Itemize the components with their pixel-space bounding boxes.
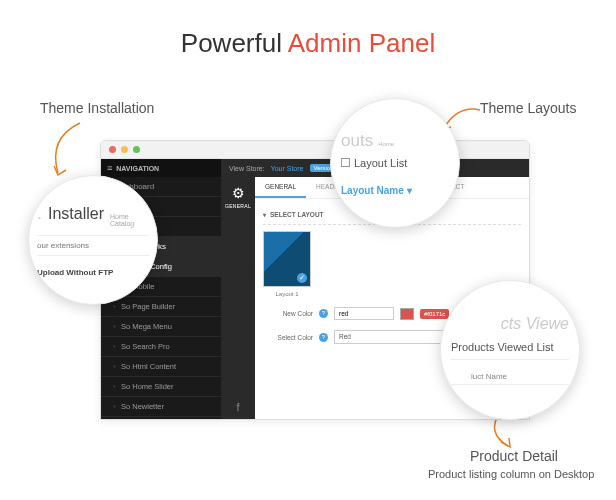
view-store-label: View Store: [229, 165, 265, 172]
installer-extensions: our extensions [37, 235, 149, 256]
chevron-down-icon: ▾ [407, 185, 412, 196]
products-viewed-partial: cts Viewe [451, 315, 569, 333]
hex-badge: #f0171c [420, 309, 449, 319]
magnifier-layouts: outsHome Layout List Layout Name▾ [330, 98, 460, 228]
window-close-dot[interactable] [109, 146, 116, 153]
select-color-label: Select Color [263, 334, 313, 341]
nav-so-search-pro[interactable]: So Search Pro [101, 337, 221, 357]
label-theme-layouts: Theme Layouts [480, 100, 577, 116]
window-max-dot[interactable] [133, 146, 140, 153]
installer-sub: Home Catalog [110, 213, 149, 227]
title-part2: Admin Panel [288, 28, 435, 58]
upload-without-ftp: Upload Without FTP [37, 268, 149, 277]
nav-header: NAVIGATION [101, 159, 221, 177]
new-color-label: New Color [263, 310, 313, 317]
window-min-dot[interactable] [121, 146, 128, 153]
nav-so-mega-menu[interactable]: So Mega Menu [101, 317, 221, 337]
help-icon[interactable]: ? [319, 309, 328, 318]
layouts-partial: outs [341, 131, 373, 151]
nav-so-html-content[interactable]: So Html Content [101, 357, 221, 377]
checkbox-icon[interactable] [341, 158, 350, 167]
icon-column: ⚙ GENERAL f [221, 177, 255, 419]
help-icon-2[interactable]: ? [319, 333, 328, 342]
browser-chrome [101, 141, 529, 159]
layout-name-link[interactable]: Layout Name [341, 185, 404, 196]
nav-so-newsletter[interactable]: So Newletter [101, 397, 221, 417]
layout-thumbnail-1[interactable] [263, 231, 311, 287]
title-part1: Powerful [181, 28, 288, 58]
breadcrumb-home: Home [378, 141, 394, 147]
label-theme-installation: Theme Installation [40, 100, 154, 116]
gear-icon[interactable]: ⚙ [232, 185, 245, 201]
layout-thumb-label: Layout 1 [263, 291, 311, 297]
nav-so-page-builder[interactable]: So Page Builder [101, 297, 221, 317]
label-product-detail-sub: Product listing column on Desktop [428, 468, 594, 480]
product-name-partial: luct Name [451, 372, 569, 385]
select-color-dropdown[interactable]: Red ▾ [334, 330, 454, 344]
page-title: Powerful Admin Panel [0, 0, 616, 67]
magnifier-products: cts Viewe Products Viewed List luct Name [440, 280, 580, 420]
nav-so-home-slider[interactable]: So Home Slider [101, 377, 221, 397]
magnifier-installer: .InstallerHome Catalog our extensions Up… [28, 175, 158, 305]
installer-title: Installer [48, 205, 104, 223]
color-swatch[interactable] [400, 308, 414, 320]
tab-general[interactable]: GENERAL [255, 177, 306, 198]
general-label: GENERAL [225, 203, 251, 209]
store-link[interactable]: Your Store [271, 165, 304, 172]
facebook-icon[interactable]: f [236, 395, 239, 419]
products-viewed-list: Products Viewed List [451, 341, 569, 360]
layout-list-label: Layout List [354, 157, 407, 169]
select-color-value: Red [339, 333, 351, 340]
new-color-input[interactable] [334, 307, 394, 320]
